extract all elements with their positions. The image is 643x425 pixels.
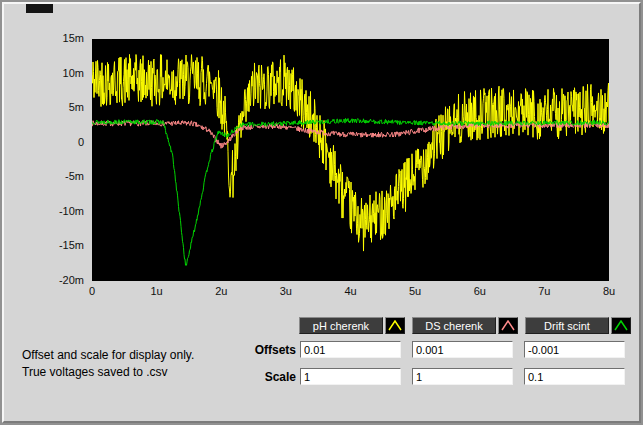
legend-label[interactable]: DS cherenk (412, 317, 496, 334)
y-tick-label: -20m (59, 274, 84, 286)
plot-style-glyph (389, 321, 401, 330)
display-note: Offset and scale for display only. True … (22, 347, 194, 381)
window-decoration-fragment (26, 3, 53, 13)
y-axis-labels: 15m10m5m0-5m-10m-15m-20m (34, 39, 88, 281)
x-tick-label: 3u (280, 285, 292, 297)
x-tick-label: 6u (474, 285, 486, 297)
scale-input-3[interactable] (524, 368, 625, 385)
y-tick-label: 15m (63, 32, 84, 44)
plot-style-glyph (615, 321, 627, 330)
plot-style-icon (388, 320, 402, 331)
plot-legend: pH cherenk DS cherenk Drift scint (299, 317, 631, 334)
offset-input-1[interactable] (300, 341, 401, 358)
plot-style-icon (614, 320, 628, 331)
x-tick-label: 4u (344, 285, 356, 297)
legend-label[interactable]: Drift scint (525, 317, 609, 334)
y-tick-label: -5m (65, 171, 84, 183)
scale-row (300, 368, 625, 385)
x-tick-label: 0 (89, 285, 95, 297)
legend-item-ds-cherenk: DS cherenk (412, 317, 518, 334)
waveform-sample-icon[interactable] (611, 317, 631, 334)
note-line-1: Offset and scale for display only. (22, 347, 194, 364)
plot-style-glyph (502, 321, 514, 330)
scale-input-1[interactable] (300, 368, 401, 385)
waveform-sample-icon[interactable] (498, 317, 518, 334)
waveform-graph-canvas (92, 39, 609, 281)
y-tick-label: 5m (69, 102, 84, 114)
front-panel: 15m10m5m0-5m-10m-15m-20m 01u2u3u4u5u6u7u… (0, 0, 643, 425)
plot-style-icon (501, 320, 515, 331)
x-tick-label: 7u (538, 285, 550, 297)
legend-item-ph-cherenk: pH cherenk (299, 317, 405, 334)
legend-item-drift-scint: Drift scint (525, 317, 631, 334)
legend-label[interactable]: pH cherenk (299, 317, 383, 334)
offset-input-3[interactable] (524, 341, 625, 358)
scale-label: Scale (212, 370, 296, 384)
y-tick-label: -15m (59, 240, 84, 252)
offsets-row (300, 341, 625, 358)
scale-input-2[interactable] (412, 368, 513, 385)
y-tick-label: 10m (63, 67, 84, 79)
x-tick-label: 5u (409, 285, 421, 297)
x-tick-label: 2u (215, 285, 227, 297)
note-line-2: True voltages saved to .csv (22, 364, 194, 381)
offsets-label: Offsets (212, 343, 296, 357)
x-tick-label: 8u (603, 285, 615, 297)
y-tick-label: 0 (78, 136, 84, 148)
y-tick-label: -10m (59, 205, 84, 217)
x-tick-label: 1u (151, 285, 163, 297)
offset-input-2[interactable] (412, 341, 513, 358)
x-axis-labels: 01u2u3u4u5u6u7u8u (92, 285, 609, 299)
waveform-sample-icon[interactable] (385, 317, 405, 334)
